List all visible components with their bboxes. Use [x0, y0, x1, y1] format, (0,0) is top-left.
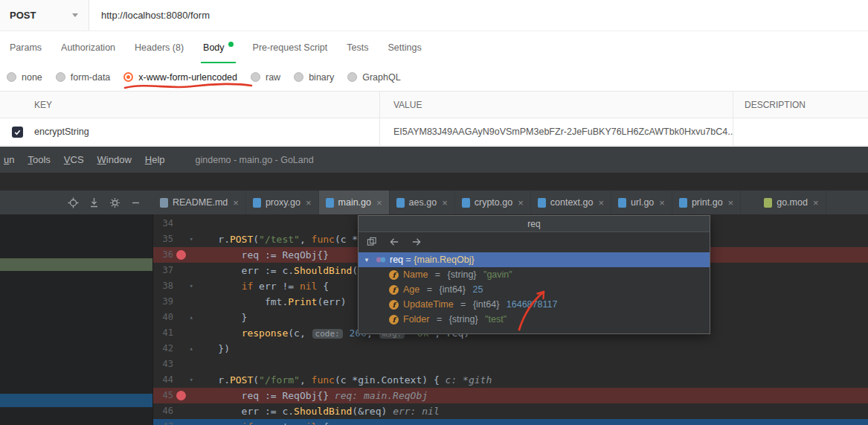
tab-body[interactable]: Body: [193, 31, 243, 63]
tab-headers-8[interactable]: Headers (8): [125, 31, 193, 63]
navigate-down-icon[interactable]: [89, 197, 100, 208]
cell-key[interactable]: encryptString: [34, 118, 379, 145]
radio-form-data[interactable]: form-data: [56, 72, 111, 83]
code-line[interactable]: 43: [153, 357, 868, 372]
root-eq: =: [403, 255, 414, 265]
tab-label: Settings: [388, 42, 421, 53]
field-type: {string}: [449, 314, 480, 325]
menu-window[interactable]: Window: [91, 154, 138, 165]
line-number: 42: [153, 341, 173, 357]
field-name: UpdateTime: [403, 299, 454, 310]
radio-raw[interactable]: raw: [251, 72, 280, 83]
close-icon[interactable]: ×: [659, 197, 665, 208]
code-line[interactable]: 46 err := c.ShouldBind(&req) err: nil: [153, 403, 868, 419]
url-input[interactable]: http://localhost:8080/form: [89, 0, 868, 31]
radio-x-www-form-urlencoded[interactable]: x-www-form-urlencoded: [123, 72, 237, 83]
back-arrow-icon[interactable]: [389, 237, 400, 248]
params-table: KEY VALUE DESCRIPTION encryptStringEI5AY…: [0, 91, 868, 146]
method-select[interactable]: POST: [0, 0, 89, 31]
fold-open-icon[interactable]: ▾: [190, 372, 193, 388]
chevron-down-icon: [72, 13, 78, 17]
tab-tests[interactable]: Tests: [337, 31, 378, 63]
radio-icon: [56, 72, 65, 82]
menu-help[interactable]: Help: [138, 154, 172, 165]
menu-vcs[interactable]: VCS: [57, 154, 91, 165]
radio-label: form-data: [71, 72, 111, 83]
gear-icon[interactable]: [109, 197, 120, 208]
menu-un[interactable]: un: [0, 154, 21, 165]
code-line[interactable]: 45 req := ReqObj{} req: main.ReqObj: [153, 388, 868, 403]
body-content-dot: [228, 42, 234, 47]
variable-row-folder[interactable]: fFolder = {string} "test": [359, 312, 710, 327]
ide-window: unToolsVCSWindowHelp gindemo - main.go -…: [0, 147, 868, 425]
close-icon[interactable]: ×: [233, 197, 239, 208]
editor-tab-url-go[interactable]: url.go×: [611, 191, 672, 214]
field-icon: f: [389, 300, 399, 310]
row-checkbox[interactable]: [12, 127, 23, 138]
editor-tab-print-go[interactable]: print.go×: [672, 191, 741, 214]
project-panel-selected-row-green[interactable]: [0, 258, 152, 271]
line-number: 47: [153, 419, 173, 425]
close-icon[interactable]: ×: [306, 197, 312, 208]
close-icon[interactable]: ×: [598, 197, 604, 208]
project-panel-selected-row-blue[interactable]: [0, 394, 152, 407]
header-description: DESCRIPTION: [733, 92, 868, 118]
close-icon[interactable]: ×: [728, 197, 734, 208]
line-number: 39: [153, 294, 173, 310]
code-line[interactable]: 44▾ r.POST("/form", func(c *gin.Context)…: [153, 372, 868, 388]
close-icon[interactable]: ×: [376, 197, 382, 208]
header-key: KEY: [34, 92, 379, 118]
editor-tab-bar: README.md×proxy.go×main.go×aes.go×crypto…: [0, 191, 868, 214]
radio-binary[interactable]: binary: [294, 72, 334, 83]
variable-row-name[interactable]: fName = {string} "gavin": [359, 267, 710, 282]
editor-tab-main-go[interactable]: main.go×: [319, 191, 390, 214]
method-label: POST: [10, 10, 36, 21]
hide-panel-icon[interactable]: [130, 197, 141, 208]
close-icon[interactable]: ×: [518, 197, 524, 208]
field-icon: f: [389, 270, 399, 280]
panel-toolbar: [0, 191, 153, 214]
expand-arrow-icon[interactable]: ▼: [364, 257, 375, 263]
tab-settings[interactable]: Settings: [378, 31, 431, 63]
cell-description[interactable]: [733, 118, 868, 145]
line-number: 45: [153, 388, 173, 403]
cell-value[interactable]: EI5AYM83J49AAGAyN9oVSmPM3ebFZr-2JeFuBKY7…: [379, 118, 733, 145]
go-file-icon: [396, 198, 405, 208]
field-type: {int64}: [440, 284, 469, 295]
close-icon[interactable]: ×: [442, 197, 448, 208]
line-number: 34: [153, 216, 173, 231]
fold-open-icon[interactable]: ▾: [190, 278, 193, 294]
fold-open-icon[interactable]: ▾: [190, 231, 193, 247]
editor-tab-context-go[interactable]: context.go×: [531, 191, 611, 214]
fold-close-icon[interactable]: ▴: [190, 341, 193, 357]
close-icon[interactable]: ×: [813, 197, 819, 208]
tab-authorization[interactable]: Authorization: [51, 31, 125, 63]
variable-row-updatetime[interactable]: fUpdateTime = {int64} 1646878117: [359, 297, 710, 312]
frames-icon[interactable]: [367, 237, 378, 248]
forward-arrow-icon[interactable]: [411, 237, 422, 248]
tab-pre-request-script[interactable]: Pre-request Script: [243, 31, 338, 63]
fold-close-icon[interactable]: ▴: [190, 310, 193, 325]
editor-tab-readme-md[interactable]: README.md×: [153, 191, 246, 214]
markdown-file-icon: [160, 198, 168, 208]
radio-graphql[interactable]: GraphQL: [347, 72, 400, 83]
editor-tab-crypto-go[interactable]: crypto.go×: [455, 191, 531, 214]
scroll-to-source-icon[interactable]: [68, 197, 79, 208]
project-panel[interactable]: [0, 214, 153, 425]
code-line[interactable]: 47 if err != nil {: [153, 419, 868, 425]
root-nm: req: [390, 255, 403, 265]
header-checkbox-col: [0, 92, 34, 118]
editor-tab-go-mod[interactable]: go.mod×: [757, 191, 826, 214]
variable-row-age[interactable]: fAge = {int64} 25: [359, 282, 710, 297]
line-number: 40: [153, 310, 173, 325]
editor-tab-proxy-go[interactable]: proxy.go×: [246, 191, 319, 214]
tab-params[interactable]: Params: [0, 31, 51, 63]
breakpoint-icon[interactable]: [176, 250, 186, 260]
tab-label: Headers (8): [135, 42, 184, 53]
variable-root-row[interactable]: ▼req = {main.ReqObj}: [359, 252, 710, 267]
menu-tools[interactable]: Tools: [21, 154, 57, 165]
code-line[interactable]: 42▴ }): [153, 341, 868, 357]
radio-none[interactable]: none: [7, 72, 42, 83]
editor-tab-aes-go[interactable]: aes.go×: [390, 191, 455, 214]
breakpoint-icon[interactable]: [176, 391, 186, 400]
